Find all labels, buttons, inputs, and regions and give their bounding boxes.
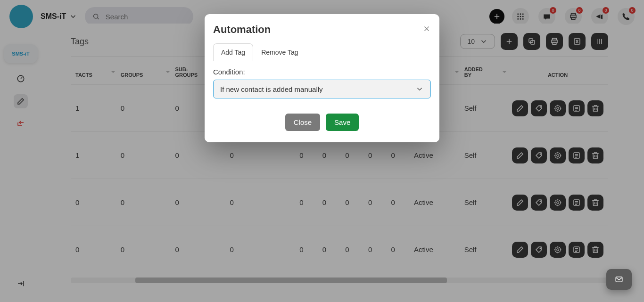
modal-tabs: Add Tag Remove Tag <box>213 43 431 61</box>
modal-close-button[interactable] <box>422 24 431 35</box>
condition-value: If new contact is added manually <box>220 85 323 93</box>
tab-remove-tag[interactable]: Remove Tag <box>253 43 306 61</box>
tab-add-tag[interactable]: Add Tag <box>213 43 253 61</box>
chevron-down-icon <box>415 85 424 93</box>
close-button[interactable]: Close <box>285 114 320 131</box>
modal-title: Automation <box>213 24 271 36</box>
save-button[interactable]: Save <box>326 114 359 131</box>
automation-modal: Automation Add Tag Remove Tag Condition:… <box>205 14 439 142</box>
help-bubble[interactable] <box>606 269 632 290</box>
condition-select[interactable]: If new contact is added manually <box>213 80 431 98</box>
condition-label: Condition: <box>213 68 431 76</box>
close-icon <box>422 24 431 33</box>
mail-icon <box>615 275 623 284</box>
